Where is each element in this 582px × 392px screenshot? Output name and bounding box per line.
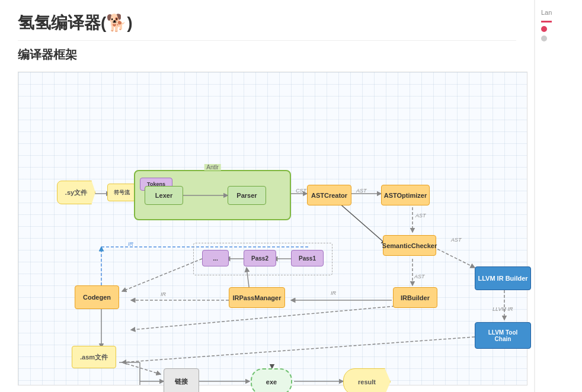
- sy-file-node: .sy文件: [57, 181, 95, 204]
- diagram-container: .sy文件 符号流 Antlr Tokens Lexer Parser CST: [18, 72, 527, 385]
- cst-label: CST: [296, 188, 306, 194]
- ast-optimizer-node: ASTOptimizer: [381, 185, 430, 205]
- ast4-label: AST: [414, 274, 425, 279]
- svg-line-13: [122, 259, 202, 291]
- legend-item-1: [541, 21, 576, 23]
- lexer-node: Lexer: [145, 186, 183, 205]
- svg-line-7: [433, 247, 475, 268]
- page-subtitle: 编译器框架: [18, 47, 516, 63]
- pass2-node: Pass2: [244, 250, 276, 266]
- main-content: 氢氢编译器(🐕) 编译器框架: [0, 0, 535, 392]
- semantic-checker-node: SemanticChecker: [383, 235, 436, 256]
- pass1-node: Pass1: [291, 250, 324, 266]
- diagram-svg: [18, 72, 527, 385]
- llvm-tool-chain-node: LLVM ToolChain: [475, 322, 531, 349]
- ast3-label: AST: [451, 237, 462, 243]
- result-node: result: [343, 368, 391, 392]
- ir2-label: IR: [161, 291, 166, 297]
- legend-item-2: [541, 26, 576, 32]
- svg-line-32: [122, 337, 475, 362]
- linker-node: 链接: [164, 368, 199, 392]
- ir3-label: IR: [331, 290, 336, 296]
- inner-arrows-svg: [18, 72, 527, 385]
- legend-dot-3: [541, 36, 547, 41]
- ast1-label: AST: [356, 188, 367, 194]
- svg-line-5: [338, 203, 386, 244]
- asm-file-node: .asm文件: [72, 346, 116, 368]
- svg-line-15: [131, 306, 395, 330]
- exe-runtime-arrow-svg: [18, 72, 527, 385]
- sidebar-lang-label: Lan: [541, 9, 576, 16]
- symbols-node: 符号流: [107, 184, 136, 201]
- llvm-ir-label: LLVM IR: [493, 306, 513, 312]
- dots-node: ...: [202, 250, 229, 266]
- sidebar: Lan: [535, 0, 582, 392]
- irbuilder-node: IRBuilder: [393, 287, 437, 308]
- exe-node: exe: [251, 368, 292, 392]
- parser-node: Parser: [228, 186, 266, 205]
- svg-line-17: [122, 362, 161, 374]
- codegen-node: Codegen: [75, 285, 119, 309]
- legend-line-1: [541, 21, 552, 23]
- legend-dot-2: [541, 26, 547, 32]
- legend-item-3: [541, 36, 576, 41]
- ast-creator-node: ASTCreator: [307, 185, 351, 205]
- llvm-ir-builder-node: LLVM IR Builder: [475, 266, 531, 290]
- ir1-label: IR: [128, 241, 133, 247]
- ir-pass-manager-node: IRPassManager: [229, 287, 285, 308]
- page-title: 氢氢编译器(🐕): [18, 12, 516, 41]
- ast2-label: AST: [415, 213, 426, 219]
- antlr-label: Antlr: [204, 164, 221, 171]
